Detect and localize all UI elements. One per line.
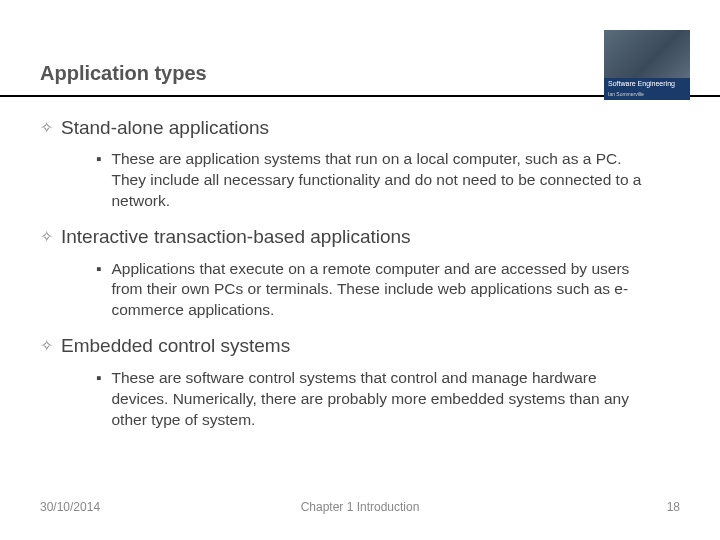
- item-heading: ✧ Stand-alone applications: [40, 117, 680, 139]
- item-sub: ▪ Applications that execute on a remote …: [96, 259, 650, 322]
- book-cover-logo: Software Engineering Ian Sommerville: [604, 30, 690, 100]
- list-item: ✧ Stand-alone applications ▪ These are a…: [40, 117, 680, 212]
- list-item: ✧ Interactive transaction-based applicat…: [40, 226, 680, 321]
- sub-text: These are software control systems that …: [112, 368, 651, 431]
- item-heading: ✧ Interactive transaction-based applicat…: [40, 226, 680, 248]
- slide-title: Application types: [40, 62, 680, 85]
- footer-page-number: 18: [667, 500, 680, 514]
- sub-text: Applications that execute on a remote co…: [112, 259, 651, 322]
- heading-text: Interactive transaction-based applicatio…: [61, 226, 411, 248]
- square-bullet-icon: ▪: [96, 149, 102, 212]
- heading-text: Embedded control systems: [61, 335, 290, 357]
- item-sub: ▪ These are application systems that run…: [96, 149, 650, 212]
- diamond-bullet-icon: ✧: [40, 117, 53, 139]
- square-bullet-icon: ▪: [96, 368, 102, 431]
- footer-chapter: Chapter 1 Introduction: [301, 500, 420, 514]
- slide-header: Application types Software Engineering I…: [0, 0, 720, 97]
- sub-text: These are application systems that run o…: [112, 149, 651, 212]
- diamond-bullet-icon: ✧: [40, 226, 53, 248]
- item-heading: ✧ Embedded control systems: [40, 335, 680, 357]
- list-item: ✧ Embedded control systems ▪ These are s…: [40, 335, 680, 430]
- footer-date: 30/10/2014: [40, 500, 100, 514]
- diamond-bullet-icon: ✧: [40, 335, 53, 357]
- slide-footer: 30/10/2014 Chapter 1 Introduction 18: [40, 500, 680, 514]
- item-sub: ▪ These are software control systems tha…: [96, 368, 650, 431]
- heading-text: Stand-alone applications: [61, 117, 269, 139]
- logo-label: Software Engineering: [604, 78, 690, 90]
- logo-sublabel: Ian Sommerville: [604, 90, 690, 100]
- slide-content: ✧ Stand-alone applications ▪ These are a…: [0, 97, 720, 430]
- square-bullet-icon: ▪: [96, 259, 102, 322]
